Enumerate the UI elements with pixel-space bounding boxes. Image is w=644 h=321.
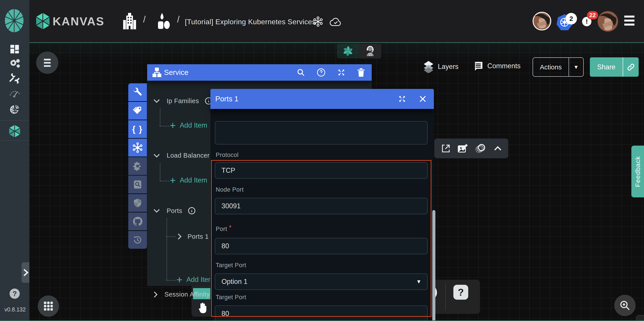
cloud-status-icon[interactable] — [330, 17, 341, 27]
hand-tool-icon[interactable] — [197, 302, 207, 314]
sidebar-item-dashboard[interactable] — [0, 44, 29, 54]
sidebar-item-lifecycle[interactable] — [0, 58, 29, 69]
protocol-input[interactable] — [215, 162, 428, 179]
target-port-select[interactable]: Option 1 ▼ — [215, 273, 428, 290]
toolbar-json-button[interactable]: { } — [128, 120, 147, 138]
name-field[interactable] — [215, 121, 428, 144]
comments-icon — [473, 60, 484, 72]
section-ports[interactable]: Ports — [153, 207, 196, 215]
bottom-dock-right: ? — [434, 280, 480, 314]
layer5-logo-icon[interactable] — [4, 9, 24, 33]
sidebar-item-kanvas-active[interactable] — [0, 125, 29, 137]
support-operator-button[interactable] — [359, 44, 381, 58]
service-panel-title: Service — [164, 68, 188, 77]
toolbar-history-button[interactable] — [128, 231, 147, 249]
brand-wordmark: KANVAS — [52, 15, 104, 28]
dot-grid-button[interactable] — [38, 295, 59, 317]
toolbar-security-button[interactable] — [128, 194, 147, 212]
shape-circles-icon[interactable] — [474, 144, 487, 153]
share-link-icon[interactable] — [623, 63, 639, 71]
toolbox-icon — [9, 73, 20, 84]
toolbar-labels-button[interactable] — [128, 102, 147, 120]
share-label: Share — [590, 63, 623, 71]
add-item-ip-families[interactable]: + Add Item — [170, 121, 207, 129]
toolbar-relationships-button[interactable] — [128, 139, 147, 156]
header-menu-icon[interactable] — [624, 16, 634, 26]
minimap-corner — [636, 315, 644, 321]
fullscreen-icon[interactable] — [337, 68, 346, 77]
toolbar-github-button[interactable] — [128, 213, 147, 230]
dialog-scrollbar[interactable] — [432, 210, 436, 321]
ports-dialog-title: Ports 1 — [215, 95, 238, 103]
toolbar-settings-button[interactable] — [128, 157, 147, 175]
ports-dialog-header[interactable]: Ports 1 — [210, 89, 434, 109]
add-item-label: Add Item — [186, 276, 214, 284]
info-icon[interactable] — [188, 207, 196, 215]
open-external-icon[interactable] — [441, 143, 451, 153]
dot-grid-icon — [44, 301, 53, 311]
chevron-right-icon — [153, 291, 158, 298]
search-icon[interactable] — [297, 68, 305, 77]
port-label: Port* — [216, 225, 232, 233]
chevron-down-icon — [153, 153, 160, 158]
comments-button[interactable]: Comments — [473, 60, 520, 72]
wrench-icon — [132, 87, 143, 97]
chevron-down-icon — [153, 99, 160, 103]
feedback-label: Feedback — [634, 156, 642, 187]
help-key-label: ? — [458, 287, 464, 298]
sidebar-help-button[interactable]: ? — [10, 288, 20, 299]
section-ip-families[interactable]: Ip Families — [153, 97, 212, 105]
fullscreen-icon[interactable] — [398, 95, 406, 103]
sidebar-item-performance[interactable] — [0, 88, 29, 97]
node-port-label: Node Port — [216, 186, 244, 193]
service-panel-header[interactable]: Service — [147, 64, 372, 81]
k8s-count-badge: 2 — [566, 13, 577, 25]
feedback-tab[interactable]: Feedback — [631, 146, 644, 197]
actions-button[interactable]: Actions ▼ — [532, 57, 584, 77]
github-icon — [132, 216, 143, 227]
spiral-icon — [342, 45, 354, 57]
port-input[interactable] — [215, 238, 428, 254]
user-avatar-2[interactable] — [598, 11, 618, 32]
layers-button[interactable]: Layers — [423, 60, 458, 73]
actions-caret-icon[interactable]: ▼ — [569, 64, 583, 70]
sidebar-item-meshery[interactable] — [0, 104, 29, 115]
ports-dialog-body: Protocol Node Port Port* Target Port Opt… — [210, 109, 434, 317]
node-port-input[interactable] — [215, 198, 428, 214]
gauge-icon — [9, 88, 20, 97]
gear-icon — [132, 161, 143, 171]
add-item-load-balancer[interactable]: + Add Item — [170, 176, 207, 184]
canvas-menu-button[interactable] — [36, 52, 58, 74]
section-session-affinity[interactable]: Session Affinity Co — [153, 291, 220, 298]
toolbar-configure-button[interactable] — [128, 83, 147, 101]
hub-icon — [132, 142, 143, 153]
chevron-right-icon — [177, 233, 182, 240]
notification-count-badge: 22 — [587, 11, 598, 19]
help-shortcut-button[interactable]: ? — [453, 285, 468, 300]
toolbar-discovery-button[interactable] — [128, 176, 147, 193]
add-image-icon[interactable] — [457, 144, 468, 153]
help-icon[interactable] — [317, 68, 326, 77]
ports-dialog: Protocol Node Port Port* Target Port Opt… — [210, 89, 434, 317]
section-label: Ip Families — [167, 97, 199, 105]
delete-icon[interactable] — [357, 68, 365, 77]
chevron-right-icon — [23, 268, 28, 276]
sidebar-expand-button[interactable] — [22, 262, 29, 283]
mesh-pattern-icon[interactable] — [312, 16, 324, 27]
add-item-ports[interactable]: + Add Item — [176, 276, 214, 284]
sidebar-header-corner — [0, 0, 29, 42]
kanvas-logo-icon[interactable] — [36, 13, 50, 29]
service-tree-icon — [152, 67, 161, 78]
collapse-up-icon[interactable] — [494, 146, 502, 151]
sidebar-item-configuration[interactable] — [0, 73, 29, 84]
chevron-down-icon — [153, 209, 160, 213]
share-button[interactable]: Share — [590, 57, 639, 77]
shapes-design-icon[interactable] — [157, 13, 170, 29]
meshery-assistant-button[interactable] — [337, 44, 359, 58]
zoom-in-button[interactable] — [614, 295, 636, 316]
target-port-input[interactable] — [215, 305, 428, 321]
organization-icon[interactable] — [123, 13, 136, 29]
design-title[interactable]: [Tutorial] Exploring Kubernetes Services — [185, 18, 316, 26]
user-avatar[interactable] — [532, 12, 551, 31]
close-icon[interactable] — [419, 95, 427, 103]
